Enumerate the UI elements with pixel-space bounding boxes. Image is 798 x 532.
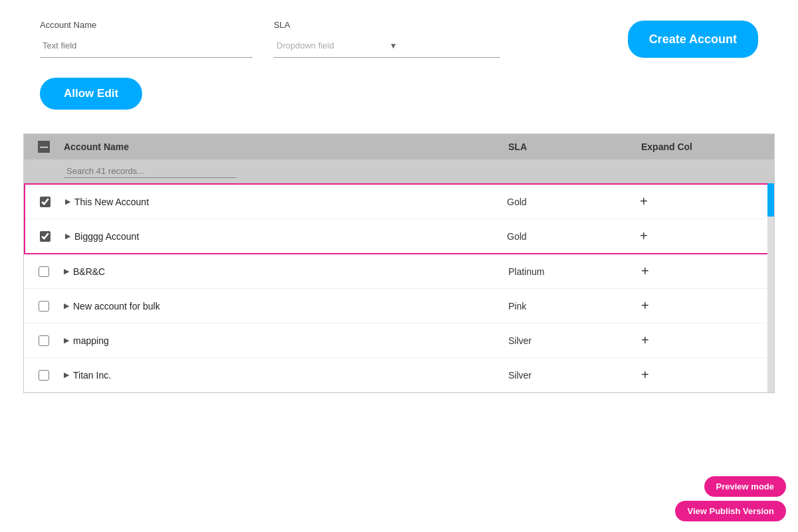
row-expand-plus[interactable]: + xyxy=(641,333,774,348)
row-name-text: Titan Inc. xyxy=(73,370,111,381)
row-checkbox-cell xyxy=(24,301,64,311)
row-checkbox[interactable] xyxy=(40,231,50,242)
row-sla-value: Silver xyxy=(508,335,641,346)
sla-field: SLA Dropdown field ▼ xyxy=(274,20,500,58)
top-form: Account Name SLA Dropdown field ▼ Create… xyxy=(0,0,798,58)
row-checkbox-cell xyxy=(25,231,65,242)
row-expand-plus[interactable]: + xyxy=(640,194,773,209)
row-name-text: New account for bulk xyxy=(73,301,160,311)
bottom-buttons: Preview mode View Publish Version xyxy=(675,476,786,521)
table-row: ▶ Titan Inc. Silver + xyxy=(24,358,774,393)
row-account-name: ▶ Titan Inc. xyxy=(64,370,508,381)
row-checkbox-cell xyxy=(25,197,65,207)
search-row xyxy=(24,159,774,183)
create-account-button[interactable]: Create Account xyxy=(628,21,758,58)
view-publish-button[interactable]: View Publish Version xyxy=(675,501,786,521)
row-account-name: ▶ B&R&C xyxy=(64,266,508,277)
row-sla-value: Platinum xyxy=(508,266,641,277)
row-account-name: ▶ mapping xyxy=(64,335,508,346)
sla-dropdown[interactable]: Dropdown field ▼ xyxy=(274,34,500,58)
row-expand-arrow-icon: ▶ xyxy=(64,336,69,345)
preview-mode-button[interactable]: Preview mode xyxy=(704,476,786,497)
row-expand-plus[interactable]: + xyxy=(641,298,774,313)
col-sla-header: SLA xyxy=(508,141,641,152)
row-checkbox[interactable] xyxy=(39,266,49,277)
table-row: ▶ B&R&C Platinum + xyxy=(24,254,774,289)
allow-edit-button[interactable]: Allow Edit xyxy=(40,78,142,110)
select-all-icon[interactable] xyxy=(38,141,50,153)
row-account-name: ▶ This New Account xyxy=(65,197,507,207)
row-checkbox-cell xyxy=(24,266,64,277)
allow-edit-section: Allow Edit xyxy=(0,58,798,110)
accounts-table: Account Name SLA Expand Col ▶ This New A… xyxy=(23,133,775,393)
search-input[interactable] xyxy=(64,165,237,178)
header-checkbox-cell xyxy=(24,141,64,153)
row-expand-arrow-icon: ▶ xyxy=(64,267,69,276)
scrollbar-thumb[interactable] xyxy=(767,183,774,217)
row-checkbox[interactable] xyxy=(39,335,49,346)
row-checkbox-cell xyxy=(24,370,64,381)
col-account-name-header: Account Name xyxy=(64,141,508,152)
row-checkbox[interactable] xyxy=(40,197,50,207)
scrollbar[interactable] xyxy=(767,183,774,393)
row-expand-plus[interactable]: + xyxy=(640,228,773,244)
row-name-text: mapping xyxy=(73,335,109,346)
row-expand-plus[interactable]: + xyxy=(641,264,774,279)
row-sla-value: Silver xyxy=(508,370,641,381)
row-name-text: This New Account xyxy=(74,197,149,207)
row-expand-arrow-icon: ▶ xyxy=(65,232,70,240)
row-checkbox[interactable] xyxy=(39,370,49,381)
table-body: ▶ This New Account Gold + ▶ Bigggg Accou… xyxy=(24,183,774,393)
selected-rows-group: ▶ This New Account Gold + ▶ Bigggg Accou… xyxy=(24,183,774,254)
row-checkbox[interactable] xyxy=(39,301,49,311)
row-sla-value: Gold xyxy=(507,197,640,207)
row-expand-arrow-icon: ▶ xyxy=(64,371,69,379)
table-row: ▶ mapping Silver + xyxy=(24,323,774,358)
table-header: Account Name SLA Expand Col xyxy=(24,134,774,159)
row-expand-arrow-icon: ▶ xyxy=(64,302,69,310)
account-name-label: Account Name xyxy=(40,20,252,30)
table-row: ▶ This New Account Gold + xyxy=(25,185,773,219)
row-account-name: ▶ Bigggg Account xyxy=(65,231,507,242)
dropdown-arrow-icon: ▼ xyxy=(387,41,500,50)
table-row: ▶ New account for bulk Pink + xyxy=(24,289,774,323)
row-sla-value: Pink xyxy=(508,301,641,311)
row-name-text: B&R&C xyxy=(73,266,105,277)
account-name-field: Account Name xyxy=(40,20,252,58)
row-checkbox-cell xyxy=(24,335,64,346)
row-name-text: Bigggg Account xyxy=(74,231,139,242)
row-expand-arrow-icon: ▶ xyxy=(65,197,70,206)
table-row: ▶ Bigggg Account Gold + xyxy=(25,219,773,253)
row-account-name: ▶ New account for bulk xyxy=(64,301,508,311)
col-expand-header: Expand Col xyxy=(641,141,774,152)
sla-label: SLA xyxy=(274,20,500,30)
row-sla-value: Gold xyxy=(507,231,640,242)
account-name-input[interactable] xyxy=(40,34,252,58)
row-expand-plus[interactable]: + xyxy=(641,367,774,383)
sla-placeholder: Dropdown field xyxy=(274,41,387,50)
